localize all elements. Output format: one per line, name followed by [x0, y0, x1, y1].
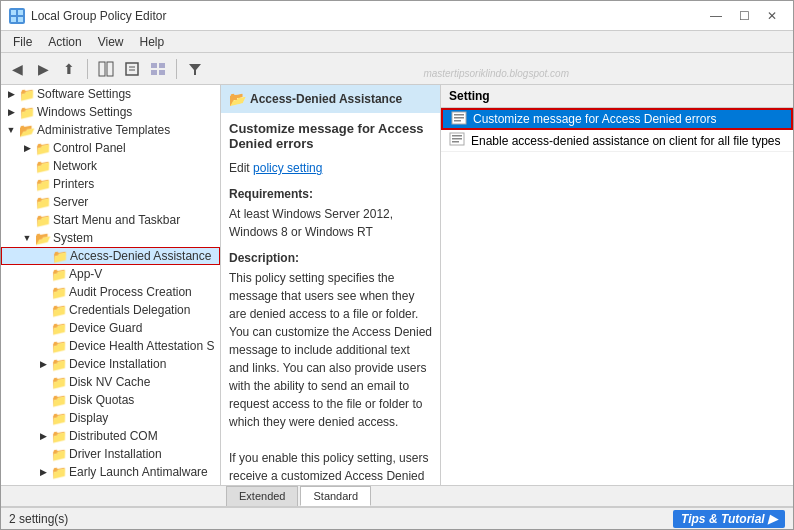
tree-label: Early Launch Antimalware [69, 465, 208, 479]
tree-item-driver-install[interactable]: 📁 Driver Installation [1, 445, 220, 463]
tab-extended[interactable]: Extended [226, 486, 298, 506]
back-button[interactable]: ◀ [5, 57, 29, 81]
tree-label: Device Guard [69, 321, 142, 335]
tree-item-network[interactable]: 📁 Network [1, 157, 220, 175]
settings-header: Setting [441, 85, 793, 108]
show-hide-button[interactable] [94, 57, 118, 81]
tree-item-distributed-com[interactable]: ▶ 📁 Distributed COM [1, 427, 220, 445]
menu-file[interactable]: File [5, 33, 40, 51]
tree-item-printers[interactable]: 📁 Printers [1, 175, 220, 193]
tree-item-credentials[interactable]: 📁 Credentials Delegation [1, 301, 220, 319]
tree-toggle [19, 176, 35, 192]
tree-item-disk-quotas[interactable]: 📁 Disk Quotas [1, 391, 220, 409]
tree-item-server[interactable]: 📁 Server [1, 193, 220, 211]
folder-icon: 📁 [51, 357, 67, 371]
tree-toggle [35, 374, 51, 390]
tree-toggle: ▶ [35, 464, 51, 480]
svg-rect-19 [452, 135, 462, 137]
up-button[interactable]: ⬆ [57, 57, 81, 81]
tree-label: Driver Installation [69, 447, 162, 461]
toolbar: ◀ ▶ ⬆ [1, 53, 793, 85]
tree-toggle [35, 338, 51, 354]
desc-panel: 📂 Access-Denied Assistance Customize mes… [221, 85, 441, 485]
settings-col-header: Setting [449, 87, 785, 105]
tree-item-early-launch[interactable]: ▶ 📁 Early Launch Antimalware [1, 463, 220, 481]
svg-rect-4 [99, 62, 105, 76]
tree-toggle [36, 248, 52, 264]
menu-help[interactable]: Help [132, 33, 173, 51]
desc-panel-header-text: Access-Denied Assistance [250, 92, 402, 106]
folder-icon: 📁 [51, 321, 67, 335]
settings-row-text-1: Enable access-denied assistance on clien… [471, 134, 785, 148]
tree-item-device-install[interactable]: ▶ 📁 Device Installation [1, 355, 220, 373]
folder-icon: 📁 [35, 177, 51, 191]
tree-item-system[interactable]: ▼ 📂 System [1, 229, 220, 247]
svg-rect-5 [107, 62, 113, 76]
tree-label: Credentials Delegation [69, 303, 190, 317]
tree-label: Device Installation [69, 357, 166, 371]
tree-toggle: ▶ [3, 86, 19, 102]
main-window: Local Group Policy Editor — ☐ ✕ File Act… [0, 0, 794, 530]
window-title: Local Group Policy Editor [31, 9, 166, 23]
svg-marker-13 [189, 64, 201, 75]
tree-label: Distributed COM [69, 429, 158, 443]
maximize-button[interactable]: ☐ [731, 6, 757, 26]
svg-rect-6 [126, 63, 138, 75]
tree-item-appv[interactable]: 📁 App-V [1, 265, 220, 283]
tree-item-start-menu[interactable]: 📁 Start Menu and Taskbar [1, 211, 220, 229]
svg-rect-10 [159, 63, 165, 68]
tree-label: Network [53, 159, 97, 173]
tree-label: Disk Quotas [69, 393, 134, 407]
tree-toggle [19, 158, 35, 174]
folder-icon: 📁 [51, 393, 67, 407]
tree-item-control-panel[interactable]: ▶ 📁 Control Panel [1, 139, 220, 157]
tree-item-audit-process[interactable]: 📁 Audit Process Creation [1, 283, 220, 301]
tree-item-disk-nv[interactable]: 📁 Disk NV Cache [1, 373, 220, 391]
tree-item-admin-templates[interactable]: ▼ 📂 Administrative Templates [1, 121, 220, 139]
tree-item-access-denied[interactable]: 📁 Access-Denied Assistance [1, 247, 220, 265]
folder-icon: 📁 [51, 267, 67, 281]
filter-button[interactable] [183, 57, 207, 81]
title-bar-left: Local Group Policy Editor [9, 8, 166, 24]
tree-toggle [35, 410, 51, 426]
settings-row-0[interactable]: Customize message for Access Denied erro… [441, 108, 793, 130]
folder-icon: 📁 [19, 105, 35, 119]
toolbar-separator-2 [176, 59, 177, 79]
tree-label: Start Menu and Taskbar [53, 213, 180, 227]
svg-rect-12 [159, 70, 165, 75]
svg-rect-1 [18, 10, 23, 15]
policy-link[interactable]: policy setting [253, 161, 322, 175]
tree-label: Device Health Attestation S [69, 339, 214, 353]
tree-toggle [35, 284, 51, 300]
menu-action[interactable]: Action [40, 33, 89, 51]
desc-panel-header: 📂 Access-Denied Assistance [221, 85, 440, 113]
folder-icon: 📁 [51, 339, 67, 353]
svg-rect-11 [151, 70, 157, 75]
tab-standard[interactable]: Standard [300, 486, 371, 506]
tree-label: Display [69, 411, 108, 425]
description-text: This policy setting specifies the messag… [229, 269, 432, 485]
svg-rect-3 [18, 17, 23, 22]
tree-toggle [35, 392, 51, 408]
svg-rect-21 [452, 141, 459, 143]
forward-button[interactable]: ▶ [31, 57, 55, 81]
tree-item-software-settings[interactable]: ▶ 📁 Software Settings [1, 85, 220, 103]
tree-toggle: ▶ [3, 104, 19, 120]
tree-item-display[interactable]: 📁 Display [1, 409, 220, 427]
close-button[interactable]: ✕ [759, 6, 785, 26]
policy-icon-1 [449, 131, 467, 150]
tree-item-device-health[interactable]: 📁 Device Health Attestation S [1, 337, 220, 355]
requirements-text: At least Windows Server 2012, Windows 8 … [229, 205, 432, 241]
description-label: Description: [229, 249, 432, 267]
settings-row-1[interactable]: Enable access-denied assistance on clien… [441, 130, 793, 152]
folder-icon: 📁 [51, 465, 67, 479]
minimize-button[interactable]: — [703, 6, 729, 26]
tree-item-device-guard[interactable]: 📁 Device Guard [1, 319, 220, 337]
view-button[interactable] [146, 57, 170, 81]
properties-button[interactable] [120, 57, 144, 81]
bottom-area: Extended Standard 2 setting(s) Tips & Tu… [1, 485, 793, 529]
tree-label: Audit Process Creation [69, 285, 192, 299]
tree-panel[interactable]: ▶ 📁 Software Settings ▶ 📁 Windows Settin… [1, 85, 221, 485]
menu-view[interactable]: View [90, 33, 132, 51]
tree-item-windows-settings[interactable]: ▶ 📁 Windows Settings [1, 103, 220, 121]
